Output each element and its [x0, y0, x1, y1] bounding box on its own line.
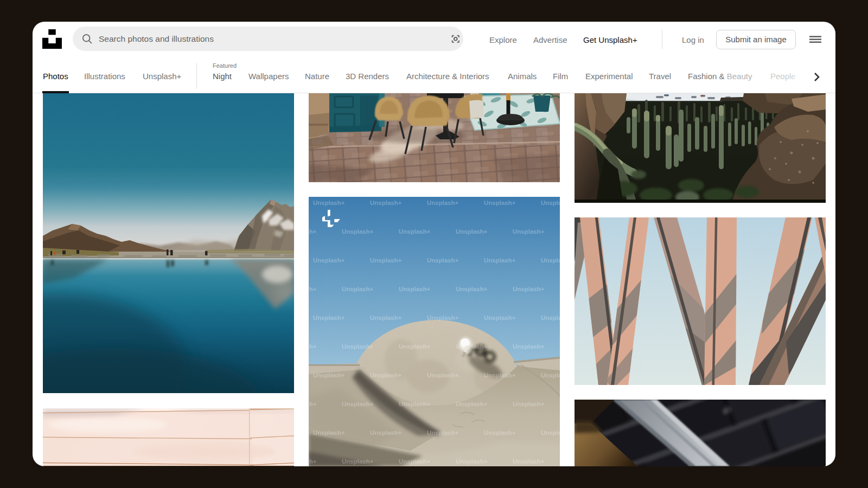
svg-text:Unsplash+: Unsplash+	[484, 429, 516, 436]
svg-text:Unsplash+: Unsplash+	[399, 286, 431, 292]
svg-text:Unsplash+: Unsplash+	[541, 372, 560, 378]
svg-text:Unsplash+: Unsplash+	[456, 401, 488, 407]
svg-text:Unsplash+: Unsplash+	[541, 314, 560, 321]
svg-text:Unsplash+: Unsplash+	[399, 458, 431, 465]
svg-text:Unsplash+: Unsplash+	[427, 200, 459, 206]
svg-text:Unsplash+: Unsplash+	[541, 257, 560, 264]
svg-text:Unsplash+: Unsplash+	[399, 228, 431, 235]
svg-text:Unsplash+: Unsplash+	[513, 228, 545, 235]
svg-text:Unsplash+: Unsplash+	[513, 286, 545, 292]
svg-text:Unsplash+: Unsplash+	[513, 343, 545, 350]
svg-text:Unsplash+: Unsplash+	[342, 343, 374, 350]
svg-text:Unsplash+: Unsplash+	[456, 286, 488, 292]
svg-text:Unsplash+: Unsplash+	[427, 429, 459, 436]
svg-text:Unsplash+: Unsplash+	[309, 401, 317, 407]
svg-text:Unsplash+: Unsplash+	[342, 286, 374, 292]
svg-text:Unsplash+: Unsplash+	[313, 372, 345, 378]
svg-text:Unsplash+: Unsplash+	[427, 257, 459, 264]
svg-text:Unsplash+: Unsplash+	[309, 458, 317, 465]
svg-text:Unsplash+: Unsplash+	[456, 343, 488, 350]
svg-text:Unsplash+: Unsplash+	[309, 286, 317, 292]
svg-text:Unsplash+: Unsplash+	[399, 401, 431, 407]
svg-text:Unsplash+: Unsplash+	[456, 458, 488, 465]
svg-text:Unsplash+: Unsplash+	[309, 228, 317, 235]
svg-text:Unsplash+: Unsplash+	[370, 200, 402, 206]
svg-text:Unsplash+: Unsplash+	[370, 429, 402, 436]
svg-text:Unsplash+: Unsplash+	[484, 200, 516, 206]
svg-text:Unsplash+: Unsplash+	[484, 372, 516, 378]
svg-text:Unsplash+: Unsplash+	[342, 228, 374, 235]
svg-text:Unsplash+: Unsplash+	[342, 401, 374, 407]
svg-text:Unsplash+: Unsplash+	[513, 401, 545, 407]
svg-text:Unsplash+: Unsplash+	[370, 372, 402, 378]
svg-text:Unsplash+: Unsplash+	[456, 228, 488, 235]
svg-text:Unsplash+: Unsplash+	[427, 372, 459, 378]
svg-text:Unsplash+: Unsplash+	[370, 257, 402, 264]
svg-text:Unsplash+: Unsplash+	[513, 458, 545, 465]
svg-text:Unsplash+: Unsplash+	[427, 314, 459, 321]
svg-text:Unsplash+: Unsplash+	[370, 314, 402, 321]
svg-text:Unsplash+: Unsplash+	[399, 343, 431, 350]
svg-text:Unsplash+: Unsplash+	[541, 429, 560, 436]
svg-text:Unsplash+: Unsplash+	[313, 200, 345, 206]
svg-text:Unsplash+: Unsplash+	[313, 257, 345, 264]
svg-text:Unsplash+: Unsplash+	[342, 458, 374, 465]
svg-text:Unsplash+: Unsplash+	[541, 200, 560, 206]
svg-text:Unsplash+: Unsplash+	[313, 314, 345, 321]
svg-text:Unsplash+: Unsplash+	[313, 429, 345, 436]
svg-text:Unsplash+: Unsplash+	[484, 314, 516, 321]
svg-text:Unsplash+: Unsplash+	[484, 257, 516, 264]
svg-text:Unsplash+: Unsplash+	[309, 343, 317, 350]
